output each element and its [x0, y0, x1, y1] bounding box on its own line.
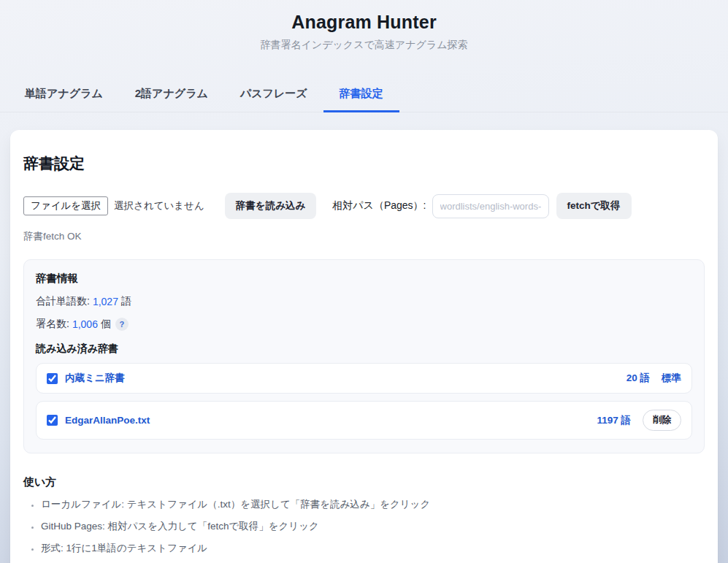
tab-word-anagram[interactable]: 単語アナグラム [9, 78, 119, 112]
dictionary-row-file: EdgarAllanPoe.txt 1197 語 削除 [36, 401, 692, 440]
dictionary-word-count-file: 1197 語 [597, 414, 631, 427]
relative-path-input[interactable] [432, 194, 549, 218]
help-icon[interactable]: ? [115, 318, 129, 331]
dictionary-checkbox-builtin[interactable] [47, 373, 58, 384]
relative-path-label: 相対パス（Pages）: [332, 199, 426, 212]
loaded-dictionaries-heading: 読み込み済み辞書 [36, 342, 692, 356]
total-words-value: 1,027 [93, 296, 118, 307]
dictionary-name-builtin: 内蔵ミニ辞書 [65, 372, 125, 385]
dictionary-row-builtin: 内蔵ミニ辞書 20 語 標準 [36, 363, 692, 394]
total-words-stat: 合計単語数: 1,027 語 [36, 295, 692, 308]
dictionary-row-builtin-right: 20 語 標準 [627, 372, 681, 385]
total-words-label: 合計単語数: [36, 295, 90, 308]
signature-count-label: 署名数: [36, 318, 69, 331]
usage-item-github-pages: GitHub Pages: 相対パスを入力して「fetchで取得」をクリック [41, 520, 705, 533]
file-select-status: 選択されていません [114, 199, 204, 212]
fetch-status-message: 辞書fetch OK [23, 230, 705, 243]
dictionary-standard-tag: 標準 [662, 372, 681, 385]
total-words-unit: 語 [121, 295, 131, 308]
app-subtitle: 辞書署名インデックスで高速アナグラム探索 [0, 39, 728, 52]
tab-two-word-anagram[interactable]: 2語アナグラム [119, 78, 224, 112]
app-title: Anagram Hunter [0, 12, 728, 33]
signature-count-value: 1,006 [72, 318, 98, 330]
usage-heading: 使い方 [23, 475, 705, 489]
file-select-button[interactable]: ファイルを選択 [23, 196, 108, 215]
panel-heading: 辞書設定 [23, 153, 705, 174]
tab-dictionary-settings[interactable]: 辞書設定 [323, 78, 399, 112]
dictionary-info-title: 辞書情報 [36, 272, 692, 286]
dictionary-name-file: EdgarAllanPoe.txt [65, 415, 150, 426]
usage-section: 使い方 ローカルファイル: テキストファイル（.txt）を選択して「辞書を読み込… [23, 475, 705, 563]
load-dictionary-button[interactable]: 辞書を読み込み [225, 193, 316, 219]
dictionary-info-box: 辞書情報 合計単語数: 1,027 語 署名数: 1,006 個 ? 読み込み済… [23, 259, 705, 453]
signature-count-unit: 個 [101, 318, 111, 331]
dictionary-controls-row: ファイルを選択 選択されていません 辞書を読み込み 相対パス（Pages）: f… [23, 193, 705, 219]
usage-list: ローカルファイル: テキストファイル（.txt）を選択して「辞書を読み込み」をク… [23, 498, 705, 563]
tab-passphrase[interactable]: パスフレーズ [224, 78, 323, 112]
delete-dictionary-button[interactable]: 削除 [643, 410, 681, 431]
usage-item-format: 形式: 1行に1単語のテキストファイル [41, 542, 705, 555]
dictionary-row-file-right: 1197 語 削除 [597, 410, 681, 431]
usage-item-local-file: ローカルファイル: テキストファイル（.txt）を選択して「辞書を読み込み」をク… [41, 498, 705, 511]
dictionary-word-count-builtin: 20 語 [627, 372, 650, 385]
fetch-button[interactable]: fetchで取得 [556, 193, 632, 219]
dictionary-settings-panel: 辞書設定 ファイルを選択 選択されていません 辞書を読み込み 相対パス（Page… [10, 130, 718, 563]
signature-count-stat: 署名数: 1,006 個 ? [36, 318, 692, 331]
dictionary-checkbox-file[interactable] [47, 415, 58, 426]
app-header: Anagram Hunter 辞書署名インデックスで高速アナグラム探索 [0, 0, 728, 52]
tab-bar: 単語アナグラム 2語アナグラム パスフレーズ 辞書設定 [0, 78, 728, 112]
